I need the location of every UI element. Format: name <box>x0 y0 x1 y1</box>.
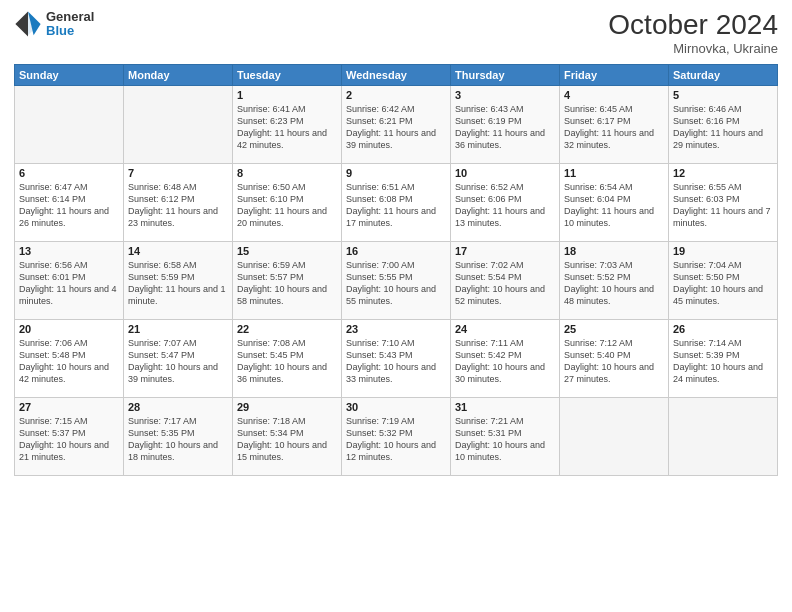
logo-blue: Blue <box>46 24 94 38</box>
calendar-cell: 25Sunrise: 7:12 AM Sunset: 5:40 PM Dayli… <box>560 319 669 397</box>
day-number: 20 <box>19 323 119 335</box>
day-info: Sunrise: 7:06 AM Sunset: 5:48 PM Dayligh… <box>19 337 119 386</box>
calendar-cell: 9Sunrise: 6:51 AM Sunset: 6:08 PM Daylig… <box>342 163 451 241</box>
calendar-cell: 14Sunrise: 6:58 AM Sunset: 5:59 PM Dayli… <box>124 241 233 319</box>
calendar-week-row: 6Sunrise: 6:47 AM Sunset: 6:14 PM Daylig… <box>15 163 778 241</box>
calendar-cell <box>15 85 124 163</box>
day-number: 8 <box>237 167 337 179</box>
calendar-cell: 8Sunrise: 6:50 AM Sunset: 6:10 PM Daylig… <box>233 163 342 241</box>
day-number: 4 <box>564 89 664 101</box>
day-info: Sunrise: 7:18 AM Sunset: 5:34 PM Dayligh… <box>237 415 337 464</box>
day-info: Sunrise: 7:15 AM Sunset: 5:37 PM Dayligh… <box>19 415 119 464</box>
calendar-cell: 3Sunrise: 6:43 AM Sunset: 6:19 PM Daylig… <box>451 85 560 163</box>
weekday-header-friday: Friday <box>560 64 669 85</box>
calendar-cell: 18Sunrise: 7:03 AM Sunset: 5:52 PM Dayli… <box>560 241 669 319</box>
day-number: 25 <box>564 323 664 335</box>
calendar-cell: 1Sunrise: 6:41 AM Sunset: 6:23 PM Daylig… <box>233 85 342 163</box>
day-number: 17 <box>455 245 555 257</box>
calendar-cell: 23Sunrise: 7:10 AM Sunset: 5:43 PM Dayli… <box>342 319 451 397</box>
svg-marker-2 <box>15 12 28 37</box>
day-number: 7 <box>128 167 228 179</box>
calendar-cell <box>669 397 778 475</box>
calendar-cell: 15Sunrise: 6:59 AM Sunset: 5:57 PM Dayli… <box>233 241 342 319</box>
calendar-table: SundayMondayTuesdayWednesdayThursdayFrid… <box>14 64 778 476</box>
day-number: 1 <box>237 89 337 101</box>
weekday-header-tuesday: Tuesday <box>233 64 342 85</box>
location-subtitle: Mirnovka, Ukraine <box>608 41 778 56</box>
day-number: 14 <box>128 245 228 257</box>
day-number: 30 <box>346 401 446 413</box>
calendar-cell: 29Sunrise: 7:18 AM Sunset: 5:34 PM Dayli… <box>233 397 342 475</box>
day-info: Sunrise: 7:17 AM Sunset: 5:35 PM Dayligh… <box>128 415 228 464</box>
day-number: 6 <box>19 167 119 179</box>
calendar-cell: 20Sunrise: 7:06 AM Sunset: 5:48 PM Dayli… <box>15 319 124 397</box>
day-info: Sunrise: 7:00 AM Sunset: 5:55 PM Dayligh… <box>346 259 446 308</box>
weekday-header-thursday: Thursday <box>451 64 560 85</box>
calendar-cell: 16Sunrise: 7:00 AM Sunset: 5:55 PM Dayli… <box>342 241 451 319</box>
day-number: 5 <box>673 89 773 101</box>
day-info: Sunrise: 7:03 AM Sunset: 5:52 PM Dayligh… <box>564 259 664 308</box>
day-number: 19 <box>673 245 773 257</box>
calendar-week-row: 1Sunrise: 6:41 AM Sunset: 6:23 PM Daylig… <box>15 85 778 163</box>
day-number: 15 <box>237 245 337 257</box>
day-info: Sunrise: 7:10 AM Sunset: 5:43 PM Dayligh… <box>346 337 446 386</box>
title-block: October 2024 Mirnovka, Ukraine <box>608 10 778 56</box>
day-info: Sunrise: 6:45 AM Sunset: 6:17 PM Dayligh… <box>564 103 664 152</box>
calendar-cell: 22Sunrise: 7:08 AM Sunset: 5:45 PM Dayli… <box>233 319 342 397</box>
calendar-cell <box>560 397 669 475</box>
logo-text: General Blue <box>46 10 94 39</box>
month-title: October 2024 <box>608 10 778 41</box>
calendar-week-row: 20Sunrise: 7:06 AM Sunset: 5:48 PM Dayli… <box>15 319 778 397</box>
day-info: Sunrise: 6:56 AM Sunset: 6:01 PM Dayligh… <box>19 259 119 308</box>
calendar-cell: 13Sunrise: 6:56 AM Sunset: 6:01 PM Dayli… <box>15 241 124 319</box>
calendar-cell: 28Sunrise: 7:17 AM Sunset: 5:35 PM Dayli… <box>124 397 233 475</box>
day-info: Sunrise: 6:59 AM Sunset: 5:57 PM Dayligh… <box>237 259 337 308</box>
day-info: Sunrise: 6:48 AM Sunset: 6:12 PM Dayligh… <box>128 181 228 230</box>
day-number: 23 <box>346 323 446 335</box>
day-number: 27 <box>19 401 119 413</box>
day-info: Sunrise: 6:42 AM Sunset: 6:21 PM Dayligh… <box>346 103 446 152</box>
day-info: Sunrise: 6:43 AM Sunset: 6:19 PM Dayligh… <box>455 103 555 152</box>
day-info: Sunrise: 7:02 AM Sunset: 5:54 PM Dayligh… <box>455 259 555 308</box>
day-number: 9 <box>346 167 446 179</box>
day-info: Sunrise: 7:04 AM Sunset: 5:50 PM Dayligh… <box>673 259 773 308</box>
calendar-cell: 27Sunrise: 7:15 AM Sunset: 5:37 PM Dayli… <box>15 397 124 475</box>
day-number: 22 <box>237 323 337 335</box>
weekday-header-saturday: Saturday <box>669 64 778 85</box>
day-info: Sunrise: 7:12 AM Sunset: 5:40 PM Dayligh… <box>564 337 664 386</box>
day-number: 11 <box>564 167 664 179</box>
day-info: Sunrise: 6:58 AM Sunset: 5:59 PM Dayligh… <box>128 259 228 308</box>
weekday-header-sunday: Sunday <box>15 64 124 85</box>
day-info: Sunrise: 7:14 AM Sunset: 5:39 PM Dayligh… <box>673 337 773 386</box>
day-number: 13 <box>19 245 119 257</box>
day-info: Sunrise: 6:52 AM Sunset: 6:06 PM Dayligh… <box>455 181 555 230</box>
day-info: Sunrise: 7:21 AM Sunset: 5:31 PM Dayligh… <box>455 415 555 464</box>
calendar-week-row: 13Sunrise: 6:56 AM Sunset: 6:01 PM Dayli… <box>15 241 778 319</box>
logo-icon <box>14 10 42 38</box>
calendar-cell: 7Sunrise: 6:48 AM Sunset: 6:12 PM Daylig… <box>124 163 233 241</box>
calendar-cell: 5Sunrise: 6:46 AM Sunset: 6:16 PM Daylig… <box>669 85 778 163</box>
day-number: 3 <box>455 89 555 101</box>
day-number: 28 <box>128 401 228 413</box>
day-number: 29 <box>237 401 337 413</box>
calendar-cell: 31Sunrise: 7:21 AM Sunset: 5:31 PM Dayli… <box>451 397 560 475</box>
day-info: Sunrise: 6:47 AM Sunset: 6:14 PM Dayligh… <box>19 181 119 230</box>
calendar-cell: 19Sunrise: 7:04 AM Sunset: 5:50 PM Dayli… <box>669 241 778 319</box>
calendar-cell: 10Sunrise: 6:52 AM Sunset: 6:06 PM Dayli… <box>451 163 560 241</box>
day-number: 12 <box>673 167 773 179</box>
day-info: Sunrise: 7:07 AM Sunset: 5:47 PM Dayligh… <box>128 337 228 386</box>
day-info: Sunrise: 6:46 AM Sunset: 6:16 PM Dayligh… <box>673 103 773 152</box>
calendar-cell: 11Sunrise: 6:54 AM Sunset: 6:04 PM Dayli… <box>560 163 669 241</box>
day-info: Sunrise: 7:19 AM Sunset: 5:32 PM Dayligh… <box>346 415 446 464</box>
day-number: 18 <box>564 245 664 257</box>
day-info: Sunrise: 6:54 AM Sunset: 6:04 PM Dayligh… <box>564 181 664 230</box>
day-number: 2 <box>346 89 446 101</box>
calendar-header-row: SundayMondayTuesdayWednesdayThursdayFrid… <box>15 64 778 85</box>
day-number: 31 <box>455 401 555 413</box>
day-number: 10 <box>455 167 555 179</box>
day-number: 26 <box>673 323 773 335</box>
day-info: Sunrise: 6:50 AM Sunset: 6:10 PM Dayligh… <box>237 181 337 230</box>
logo-general: General <box>46 10 94 24</box>
calendar-cell: 4Sunrise: 6:45 AM Sunset: 6:17 PM Daylig… <box>560 85 669 163</box>
weekday-header-monday: Monday <box>124 64 233 85</box>
